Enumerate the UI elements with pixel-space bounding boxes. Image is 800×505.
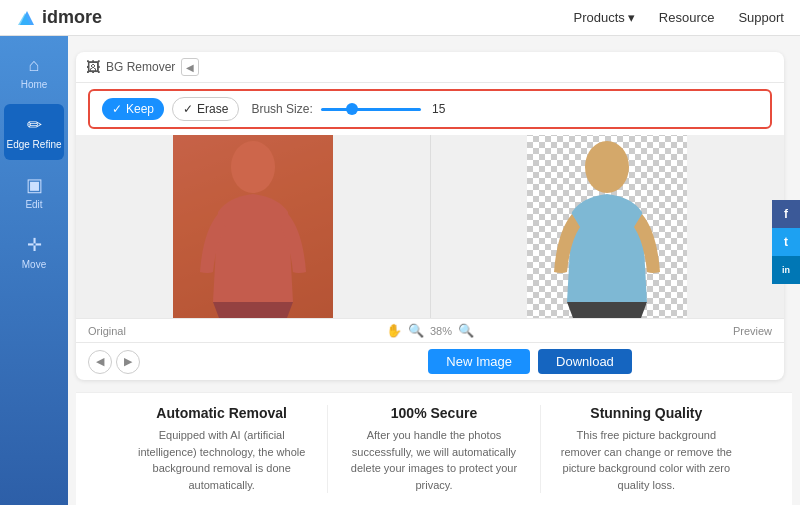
erase-button[interactable]: ✓ Erase: [172, 97, 239, 121]
facebook-button[interactable]: f: [772, 200, 800, 228]
edge-refine-icon: ✏: [27, 114, 42, 136]
sidebar-item-edit-label: Edit: [25, 199, 42, 210]
sidebar: ⌂ Home ✏ Edge Refine ▣ Edit ✛ Move: [0, 36, 68, 505]
brush-size-value: 15: [429, 102, 449, 116]
nav-support[interactable]: Support: [738, 10, 784, 25]
feature-quality: Stunning Quality This free picture backg…: [541, 405, 752, 493]
sidebar-item-edge-refine[interactable]: ✏ Edge Refine: [4, 104, 64, 160]
keep-button[interactable]: ✓ Keep: [102, 98, 164, 120]
nav-products[interactable]: Products ▾: [574, 10, 635, 25]
chevron-down-icon: ▾: [628, 10, 635, 25]
edit-icon: ▣: [26, 174, 43, 196]
feature-quality-desc: This free picture background remover can…: [557, 427, 736, 493]
twitter-button[interactable]: t: [772, 228, 800, 256]
home-icon: ⌂: [29, 55, 40, 76]
back-button[interactable]: ◀: [181, 58, 199, 76]
sidebar-item-move-label: Move: [22, 259, 46, 270]
navbar-right: Products ▾ Resource Support: [574, 10, 785, 25]
canvas-area: [76, 135, 784, 318]
sidebar-item-edit[interactable]: ▣ Edit: [4, 164, 64, 220]
editor-panel: 🖼 BG Remover ◀ ✓ Keep ✓ Erase Brush Size…: [76, 52, 784, 380]
brush-size-label: Brush Size:: [251, 102, 312, 116]
logo: idmore: [16, 7, 102, 29]
feature-secure-desc: After you handle the photos successfully…: [344, 427, 523, 493]
preview-label: Preview: [549, 325, 772, 337]
hand-icon[interactable]: ✋: [386, 323, 402, 338]
feature-quality-title: Stunning Quality: [557, 405, 736, 421]
next-arrow[interactable]: ▶: [116, 350, 140, 374]
preview-panel: [431, 135, 785, 318]
bg-remover-icon: 🖼: [86, 59, 100, 75]
zoom-in-icon[interactable]: 🔍: [458, 323, 474, 338]
original-label: Original: [88, 325, 311, 337]
status-bar: Original ✋ 🔍 38% 🔍 Preview: [76, 318, 784, 342]
transparent-bg: [527, 135, 687, 318]
navigation-arrows: ◀ ▶: [88, 350, 140, 374]
social-sidebar: f t in: [772, 200, 800, 284]
preview-image: [527, 135, 687, 318]
editor-header: 🖼 BG Remover ◀: [76, 52, 784, 83]
feature-auto-removal-desc: Equipped with AI (artificial intelligenc…: [132, 427, 311, 493]
nav-resource[interactable]: Resource: [659, 10, 715, 25]
main-area: ⌂ Home ✏ Edge Refine ▣ Edit ✛ Move 🖼 BG …: [0, 36, 800, 505]
sidebar-item-edge-refine-label: Edge Refine: [6, 139, 61, 150]
brush-size-slider[interactable]: [321, 108, 421, 111]
logo-text: idmore: [42, 7, 102, 28]
sidebar-item-home[interactable]: ⌂ Home: [4, 44, 64, 100]
feature-secure: 100% Secure After you handle the photos …: [328, 405, 540, 493]
sidebar-item-move[interactable]: ✛ Move: [4, 224, 64, 280]
person-figure-preview: [542, 135, 672, 318]
feature-auto-removal-title: Automatic Removal: [132, 405, 311, 421]
feature-secure-title: 100% Secure: [344, 405, 523, 421]
prev-arrow[interactable]: ◀: [88, 350, 112, 374]
original-panel: [76, 135, 431, 318]
features-section: Automatic Removal Equipped with AI (arti…: [76, 392, 792, 505]
zoom-out-icon[interactable]: 🔍: [408, 323, 424, 338]
svg-point-3: [585, 141, 629, 193]
logo-icon: [16, 7, 38, 29]
linkedin-button[interactable]: in: [772, 256, 800, 284]
navbar: idmore Products ▾ Resource Support: [0, 0, 800, 36]
move-icon: ✛: [27, 234, 42, 256]
erase-check-icon: ✓: [183, 102, 193, 116]
zoom-percent: 38%: [430, 325, 452, 337]
new-image-button[interactable]: New Image: [428, 349, 530, 374]
editor-header-title: BG Remover: [106, 60, 175, 74]
download-button[interactable]: Download: [538, 349, 632, 374]
zoom-controls: ✋ 🔍 38% 🔍: [319, 323, 542, 338]
toolbar: ✓ Keep ✓ Erase Brush Size: 15: [88, 89, 772, 129]
sidebar-item-home-label: Home: [21, 79, 48, 90]
original-photo: [173, 135, 333, 318]
original-image: [173, 135, 333, 318]
action-buttons: New Image Download: [428, 349, 632, 374]
checkmark-icon: ✓: [112, 102, 122, 116]
feature-auto-removal: Automatic Removal Equipped with AI (arti…: [116, 405, 328, 493]
action-bar: ◀ ▶ New Image Download: [76, 342, 784, 380]
